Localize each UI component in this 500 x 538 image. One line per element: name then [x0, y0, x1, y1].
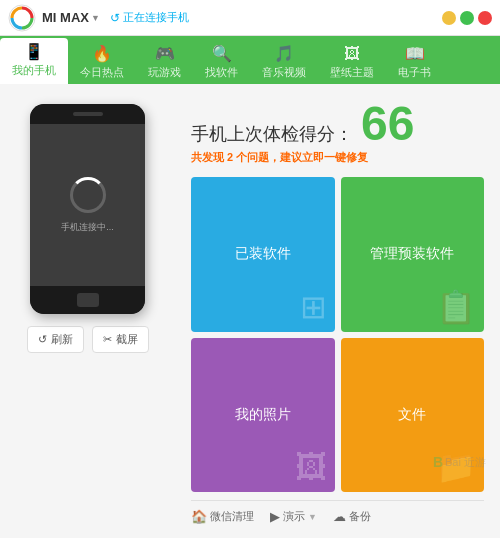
phone-buttons: ↺ 刷新 ✂ 截屏: [27, 326, 149, 353]
title-dropdown-arrow[interactable]: ▼: [91, 13, 100, 23]
connection-status: 正在连接手机: [123, 10, 189, 25]
tab-wallpaper-icon: 🖼: [344, 45, 360, 63]
phone-top-bar: [30, 104, 145, 124]
demo-label: 演示: [283, 509, 305, 524]
tab-music-video-icon: 🎵: [274, 44, 294, 63]
maximize-button[interactable]: □: [460, 11, 474, 25]
wechat-clean-label: 微信清理: [210, 509, 254, 524]
loading-spinner: [70, 177, 106, 213]
score-label: 手机上次体检得分：: [191, 122, 353, 146]
tile-my-photos-label: 我的照片: [235, 406, 291, 424]
tile-installed-software-label: 已装软件: [235, 245, 291, 263]
score-subtitle-suffix: 个问题，建议立即一键修复: [236, 151, 368, 163]
tab-music-video-label: 音乐视频: [262, 65, 306, 80]
screenshot-button[interactable]: ✂ 截屏: [92, 326, 149, 353]
tab-ebook[interactable]: 📖 电子书: [386, 42, 443, 84]
refresh-button[interactable]: ↺ 刷新: [27, 326, 84, 353]
score-subtitle-prefix: 共发现: [191, 151, 224, 163]
app-name: MI MAX: [42, 10, 89, 25]
phone-speaker: [73, 112, 103, 116]
bottom-action-bar: 🏠 微信清理 ▶ 演示 ▼ ☁ 备份: [191, 500, 484, 528]
tab-my-phone-icon: 📱: [24, 42, 44, 61]
tab-my-phone[interactable]: 📱 我的手机: [0, 38, 68, 84]
close-button[interactable]: ×: [478, 11, 492, 25]
tab-today-hot[interactable]: 🔥 今日热点: [68, 42, 136, 84]
tab-find-software[interactable]: 🔍 找软件: [193, 42, 250, 84]
refresh-label: 刷新: [51, 332, 73, 347]
tab-wallpaper-label: 壁纸主题: [330, 65, 374, 80]
phone-mockup: 手机连接中...: [30, 104, 145, 314]
phone-home-button: [77, 293, 99, 307]
demo-icon: ▶: [270, 509, 280, 524]
screenshot-icon: ✂: [103, 333, 112, 346]
tile-my-photos[interactable]: 🖼 我的照片: [191, 338, 335, 493]
tab-play-games-label: 玩游戏: [148, 65, 181, 80]
main-content: 手机连接中... ↺ 刷新 ✂ 截屏 手机上次体检得分： 66: [0, 84, 500, 538]
tab-ebook-label: 电子书: [398, 65, 431, 80]
backup-label: 备份: [349, 509, 371, 524]
demo-dropdown[interactable]: ▼: [308, 512, 317, 522]
tab-play-games[interactable]: 🎮 玩游戏: [136, 42, 193, 84]
tab-find-software-label: 找软件: [205, 65, 238, 80]
tab-wallpaper[interactable]: 🖼 壁纸主题: [318, 42, 386, 84]
tile-files-label: 文件: [398, 406, 426, 424]
title-bar: MI MAX ▼ ↺ 正在连接手机 – □ ×: [0, 0, 500, 36]
tab-play-games-icon: 🎮: [155, 44, 175, 63]
app-logo: [8, 4, 36, 32]
phone-bottom-bar: [30, 286, 145, 314]
nav-tabs: 📱 我的手机 🔥 今日热点 🎮 玩游戏 🔍 找软件 🎵 音乐视频 🖼 壁纸主题 …: [0, 36, 500, 84]
score-subtitle: 共发现 2 个问题，建议立即一键修复: [191, 150, 484, 165]
phone-connecting-text: 手机连接中...: [61, 221, 114, 234]
score-section: 手机上次体检得分： 66 共发现 2 个问题，建议立即一键修复: [191, 100, 484, 165]
left-panel: 手机连接中... ↺ 刷新 ✂ 截屏: [0, 84, 175, 538]
tile-installed-software-bg-icon: ⊞: [300, 288, 327, 326]
tab-today-hot-label: 今日热点: [80, 65, 124, 80]
minimize-button[interactable]: –: [442, 11, 456, 25]
tile-my-photos-bg-icon: 🖼: [295, 449, 327, 486]
wechat-clean-icon: 🏠: [191, 509, 207, 524]
score-number: 66: [361, 100, 414, 148]
backup-action[interactable]: ☁ 备份: [333, 509, 371, 524]
tile-manage-preinstalled-label: 管理预装软件: [370, 245, 454, 263]
tile-installed-software[interactable]: ⊞ 已装软件: [191, 177, 335, 332]
connection-icon: ↺: [110, 11, 120, 25]
phone-screen: 手机连接中...: [30, 124, 145, 286]
score-title-row: 手机上次体检得分： 66: [191, 100, 484, 148]
tab-music-video[interactable]: 🎵 音乐视频: [250, 42, 318, 84]
window-controls: – □ ×: [442, 11, 492, 25]
tab-today-hot-icon: 🔥: [92, 44, 112, 63]
baidu-watermark: B Bai 近游: [433, 454, 486, 470]
backup-icon: ☁: [333, 509, 346, 524]
demo-action[interactable]: ▶ 演示 ▼: [270, 509, 317, 524]
tab-my-phone-label: 我的手机: [12, 63, 56, 78]
refresh-icon: ↺: [38, 333, 47, 346]
baidu-logo: B: [433, 454, 443, 470]
tile-manage-preinstalled-bg-icon: 📋: [436, 288, 476, 326]
baidu-text: Bai 近游: [445, 455, 486, 470]
tiles-grid: ⊞ 已装软件 📋 管理预装软件 🖼 我的照片 📁 文件: [191, 177, 484, 492]
tile-manage-preinstalled[interactable]: 📋 管理预装软件: [341, 177, 485, 332]
score-subtitle-highlight: 2: [227, 151, 233, 163]
tab-find-software-icon: 🔍: [212, 44, 232, 63]
tab-ebook-icon: 📖: [405, 44, 425, 63]
screenshot-label: 截屏: [116, 332, 138, 347]
wechat-clean-action[interactable]: 🏠 微信清理: [191, 509, 254, 524]
